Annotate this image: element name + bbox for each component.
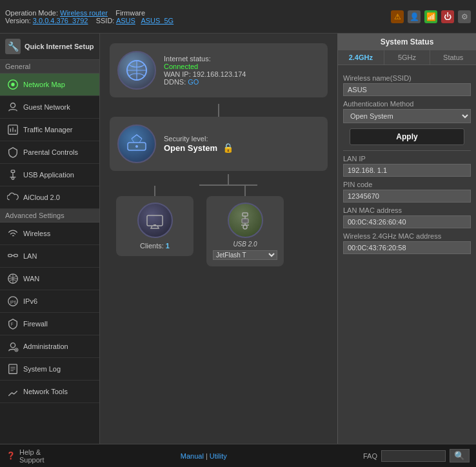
network-map-label: Network Map [23, 81, 65, 88]
notification-icon[interactable]: ⚠ [391, 10, 404, 23]
aicloud-label: AiCloud 2.0 [23, 194, 60, 201]
bottom-right: FAQ 🔍 [363, 449, 470, 462]
wan-icon [6, 272, 19, 285]
help-support: Help & Support [19, 448, 45, 464]
guest-network-label: Guest Network [23, 103, 70, 111]
sidebar-item-wireless[interactable]: Wireless [0, 223, 99, 245]
svg-rect-7 [14, 254, 17, 257]
sidebar-item-traffic-manager[interactable]: Traffic Manager [0, 119, 99, 141]
ssid-5g[interactable]: ASUS_5G [141, 17, 174, 25]
quick-internet-setup[interactable]: 🔧 Quick Internet Setup [0, 34, 99, 60]
main-layout: 🔧 Quick Internet Setup General Network M… [0, 34, 476, 444]
quick-setup-label: Quick Internet Setup [25, 43, 94, 50]
tab-status[interactable]: Status [430, 50, 476, 65]
sidebar-item-parental-controls[interactable]: Parental Controls [0, 141, 99, 164]
usb-node[interactable]: USB 2.0 JetFlash T [206, 196, 284, 266]
advanced-section-header: Advanced Settings [0, 209, 99, 223]
system-log-icon [6, 363, 19, 375]
administration-label: Administration [23, 343, 68, 350]
system-log-label: System Log [23, 365, 61, 373]
quick-setup-icon: 🔧 [5, 39, 21, 54]
network-map-icon [6, 78, 19, 91]
faq-search-button[interactable]: 🔍 [450, 449, 470, 462]
auth-method-select[interactable]: Open System [343, 109, 471, 123]
usb-application-icon [6, 168, 19, 181]
sidebar-item-administration[interactable]: Administration [0, 335, 99, 358]
support-label: Support [19, 456, 45, 464]
svg-rect-22 [243, 213, 248, 216]
status-content: Wireless name(SSID) ASUS Authentication … [338, 65, 476, 259]
aicloud-icon [6, 191, 19, 204]
clients-branch: Clients: 1 [116, 186, 193, 266]
usb-label: USB 2.0 [233, 241, 257, 248]
sidebar-item-network-map[interactable]: Network Map [0, 74, 99, 96]
traffic-manager-icon [6, 123, 19, 136]
firmware-label: Firmware [115, 9, 145, 17]
ssid-field-value: ASUS [343, 83, 471, 96]
disconnect-icon[interactable]: ⏻ [441, 10, 454, 23]
help-label: Help & [19, 448, 45, 456]
sidebar-item-system-log[interactable]: System Log [0, 358, 99, 381]
usb-application-label: USB Application [23, 171, 74, 179]
svg-point-2 [10, 103, 15, 108]
guest-network-icon [6, 101, 19, 114]
wps-icon: 🔒 [223, 143, 233, 153]
usb-device-select[interactable]: JetFlash T [213, 250, 277, 260]
version-value[interactable]: 3.0.0.4.376_3792 [33, 17, 88, 25]
connector-v1 [218, 104, 219, 117]
router-node-info: Security level: Open System 🔒 [164, 135, 233, 153]
tab-2ghz[interactable]: 2.4GHz [338, 50, 384, 65]
sidebar-item-wan[interactable]: WAN [0, 268, 99, 290]
ssid-value[interactable]: ASUS [116, 17, 135, 25]
settings-icon[interactable]: ⚙ [458, 10, 471, 23]
operation-mode[interactable]: Wireless router [60, 9, 108, 17]
clients-count: 1 [166, 242, 170, 250]
firewall-icon: F [6, 317, 19, 330]
router-node: Security level: Open System 🔒 [110, 117, 328, 171]
map-panel: Internet status: Connected WAN IP: 192.1… [100, 34, 337, 444]
wifi-icon[interactable]: 📶 [424, 10, 437, 23]
usb-branch: USB 2.0 JetFlash T [206, 186, 284, 266]
lan-icon [6, 250, 19, 263]
clients-label: Clients: [140, 242, 164, 250]
internet-status-label: Internet status: [164, 55, 211, 63]
status-tabs: 2.4GHz 5GHz Status [338, 50, 476, 65]
sidebar-item-firewall[interactable]: F Firewall [0, 313, 99, 335]
sidebar-item-lan[interactable]: LAN [0, 245, 99, 268]
tab-5ghz[interactable]: 5GHz [384, 50, 431, 65]
bottom-left: ❓ Help & Support [6, 448, 45, 464]
faq-label: FAQ [363, 452, 377, 460]
router-icon [117, 124, 156, 163]
clients-icon [137, 203, 173, 238]
wan-label: WAN [23, 275, 39, 283]
ddns-label: DDNS: [164, 78, 186, 86]
sidebar-item-aicloud[interactable]: AiCloud 2.0 [0, 186, 99, 209]
administration-icon [6, 340, 19, 353]
utility-link[interactable]: Utility [210, 452, 227, 460]
internet-node: Internet status: Connected WAN IP: 192.1… [110, 43, 328, 97]
clients-label-text: Clients: 1 [140, 242, 170, 250]
faq-search-input[interactable] [381, 450, 446, 462]
firewall-label: Firewall [23, 320, 48, 328]
internet-node-info: Internet status: Connected WAN IP: 192.1… [164, 55, 246, 86]
apply-button[interactable]: Apply [350, 128, 464, 145]
pin-label: PIN code [343, 181, 471, 188]
svg-text:IP6: IP6 [10, 300, 17, 304]
lan-label: LAN [23, 252, 37, 260]
network-tools-label: Network Tools [23, 388, 68, 395]
sidebar-item-guest-network[interactable]: Guest Network [0, 96, 99, 119]
network-map-area: Internet status: Connected WAN IP: 192.1… [100, 34, 476, 444]
user-icon[interactable]: 👤 [408, 10, 421, 23]
bottom-center: Manual | Utility [181, 452, 227, 460]
wan-ip-label: WAN IP: [164, 70, 191, 78]
help-icon: ❓ [6, 452, 15, 460]
ddns-link[interactable]: GO [188, 78, 199, 86]
manual-link[interactable]: Manual [181, 452, 204, 460]
sidebar-item-network-tools[interactable]: Network Tools [0, 381, 99, 403]
sidebar-item-usb-application[interactable]: USB Application [0, 164, 99, 186]
clients-node[interactable]: Clients: 1 [116, 196, 193, 256]
wan-ip-value: 192.168.123.174 [193, 70, 246, 78]
parental-controls-label: Parental Controls [23, 148, 78, 156]
top-bar-info: Operation Mode: Wireless router Firmware… [5, 9, 174, 25]
sidebar-item-ipv6[interactable]: IP6 IPv6 [0, 290, 99, 313]
